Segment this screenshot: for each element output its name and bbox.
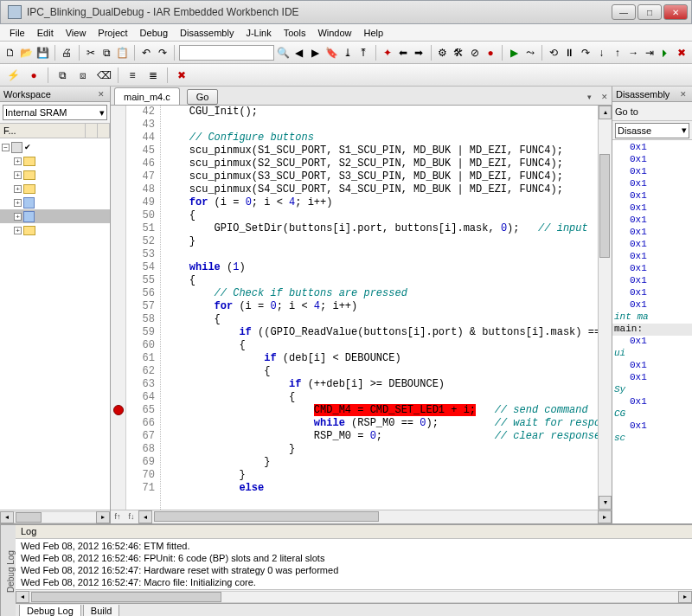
tree-row[interactable]: + — [0, 182, 110, 196]
code-line[interactable] — [164, 119, 598, 132]
log-hscroll[interactable]: ◂ ▸ — [16, 589, 692, 603]
undo-icon[interactable]: ↶ — [139, 43, 153, 62]
code-line[interactable]: } — [164, 469, 598, 482]
code-line[interactable]: for (i = 0; i < 4; i++) — [164, 300, 598, 313]
code-line[interactable]: } — [164, 443, 598, 456]
disasm-line[interactable]: 0x1 — [612, 227, 692, 239]
disasm-line[interactable]: 0x1 — [612, 142, 692, 154]
menu-disassembly[interactable]: Disassembly — [174, 26, 240, 40]
disasm-line[interactable]: 0x1 — [612, 239, 692, 251]
step-over-icon[interactable]: ↷ — [579, 43, 593, 62]
workspace-close-icon[interactable]: ✕ — [96, 89, 106, 99]
code-line[interactable]: else — [164, 482, 598, 495]
code-line[interactable]: if (++deb[i] >= DEBOUNCE) — [164, 378, 598, 391]
paste-icon[interactable]: 📋 — [115, 43, 130, 62]
log-tab-build[interactable]: Build — [83, 605, 119, 616]
col2-header[interactable] — [86, 124, 98, 138]
expand-icon[interactable]: + — [14, 171, 22, 179]
disassembly-view[interactable]: 0x10x10x10x10x10x10x10x10x10x10x10x10x10… — [612, 140, 692, 523]
goto-icon[interactable]: ✦ — [380, 43, 394, 62]
disasm-line[interactable]: 0x1 — [612, 202, 692, 215]
code-line[interactable]: { — [164, 209, 598, 222]
toggle-bp-icon[interactable]: ● — [484, 43, 497, 62]
disasm-line[interactable]: sc — [612, 433, 692, 445]
hscroll-left-icon[interactable]: ◂ — [138, 510, 152, 523]
breakpoint-gutter[interactable] — [111, 106, 126, 510]
tree-row[interactable]: + — [0, 223, 110, 237]
stop-debug-icon[interactable]: ✖ — [674, 43, 688, 62]
cut-icon[interactable]: ✂ — [83, 43, 97, 62]
debug-icon[interactable]: ▶ — [507, 43, 521, 62]
col3-header[interactable] — [98, 124, 110, 138]
hscroll-thumb[interactable] — [154, 511, 379, 522]
menu-help[interactable]: Help — [358, 26, 390, 40]
bookmark-prev-icon[interactable]: ⤒ — [356, 43, 370, 62]
tree-row[interactable]: + — [0, 154, 110, 168]
flash-bp-icon[interactable]: ● — [24, 66, 43, 85]
code-line[interactable]: CGU_Init(); — [164, 106, 598, 119]
find-next-icon[interactable]: 🔍 — [276, 43, 291, 62]
code-line[interactable]: } — [164, 456, 598, 469]
find-prev-icon[interactable]: ◀ — [292, 43, 306, 62]
code-line[interactable]: while (RSP_M0 == 0); // wait for respons… — [164, 417, 598, 430]
save-icon[interactable]: 💾 — [35, 43, 50, 62]
build-config-select[interactable]: Internal SRAM ▾ — [3, 105, 107, 120]
log-column-header[interactable]: Log — [16, 525, 692, 539]
break-icon[interactable]: ⏸ — [562, 43, 576, 62]
log-scroll-right-icon[interactable]: ▸ — [678, 591, 692, 603]
expand-icon[interactable]: + — [14, 227, 22, 234]
tree-row[interactable]: + — [0, 196, 110, 209]
hscroll-right-icon[interactable]: ▸ — [598, 510, 612, 523]
reset-icon[interactable]: ⟲ — [547, 43, 561, 62]
disasm-line[interactable]: 0x1 — [612, 263, 692, 275]
editor-vscroll[interactable]: ▴ ▾ — [598, 106, 612, 510]
scroll-right-icon[interactable]: ▸ — [96, 511, 110, 523]
close-session-icon[interactable]: ✖ — [172, 66, 191, 85]
trace-stop-icon[interactable]: ⧇ — [74, 66, 93, 85]
disasm-line[interactable]: 0x1 — [612, 420, 692, 433]
disasm-line[interactable]: 0x1 — [612, 154, 692, 166]
expand-icon[interactable]: + — [14, 213, 22, 221]
find-fwd-icon[interactable]: ▶ — [308, 43, 322, 62]
debug-no-dl-icon[interactable]: ⤳ — [522, 43, 536, 62]
project-tree[interactable]: − ✔++++++ — [0, 138, 110, 510]
disasm-line[interactable]: 0x1 — [612, 275, 692, 287]
code-line[interactable]: { — [164, 339, 598, 352]
code-line[interactable]: while (1) — [164, 261, 598, 274]
menu-debug[interactable]: Debug — [134, 26, 174, 40]
editor-hscroll[interactable]: f↑ f↓ ◂ ▸ — [111, 510, 612, 523]
workspace-hscroll[interactable]: ◂ ▸ — [0, 510, 110, 523]
scroll-thumb[interactable] — [16, 512, 42, 523]
next-stmt-icon[interactable]: → — [626, 43, 640, 62]
code-line[interactable]: { — [164, 274, 598, 287]
bookmark-toggle-icon[interactable]: 🔖 — [324, 43, 339, 62]
new-file-icon[interactable]: 🗋 — [3, 43, 17, 62]
code-line[interactable] — [164, 248, 598, 261]
disasm-line[interactable]: 0x1 — [612, 299, 692, 311]
vscroll-thumb[interactable] — [599, 154, 610, 258]
compile-icon[interactable]: ⚙ — [435, 43, 449, 62]
code-editor[interactable]: CGU_Init(); // Configure buttons scu_pin… — [161, 106, 598, 510]
code-line[interactable]: // Check if buttons are pressed — [164, 287, 598, 300]
copy-icon[interactable]: ⧉ — [99, 43, 113, 62]
disasm-line[interactable]: 0x1 — [612, 178, 692, 190]
step-out-icon[interactable]: ↑ — [611, 43, 625, 62]
code-line[interactable]: { — [164, 313, 598, 326]
log-content[interactable]: Wed Feb 08, 2012 16:52:46: ETM fitted.We… — [16, 539, 692, 589]
run-to-cursor-icon[interactable]: ⇥ — [642, 43, 656, 62]
code-line[interactable]: GPIO_SetDir(buttons[i].port, buttons[i].… — [164, 222, 598, 235]
func-prev-icon[interactable]: f↑ — [111, 510, 125, 523]
bookmark-next-icon[interactable]: ⤓ — [341, 43, 355, 62]
flash-dl-icon[interactable]: ⚡ — [3, 66, 22, 85]
disasm-line[interactable]: CG — [612, 408, 692, 420]
nav-fwd-icon[interactable]: ➡ — [412, 43, 426, 62]
disasm-line[interactable]: 0x1 — [612, 287, 692, 299]
open-file-icon[interactable]: 📂 — [19, 43, 34, 62]
disassembly-mode-select[interactable]: Disasse ▾ — [615, 123, 689, 138]
menu-edit[interactable]: Edit — [31, 26, 60, 40]
tree-row[interactable]: − ✔ — [0, 140, 110, 154]
tree-row[interactable]: + — [0, 209, 110, 223]
disasm-line[interactable]: ui — [612, 348, 692, 360]
menu-view[interactable]: View — [60, 26, 93, 40]
disasm-line[interactable]: 0x1 — [612, 215, 692, 227]
